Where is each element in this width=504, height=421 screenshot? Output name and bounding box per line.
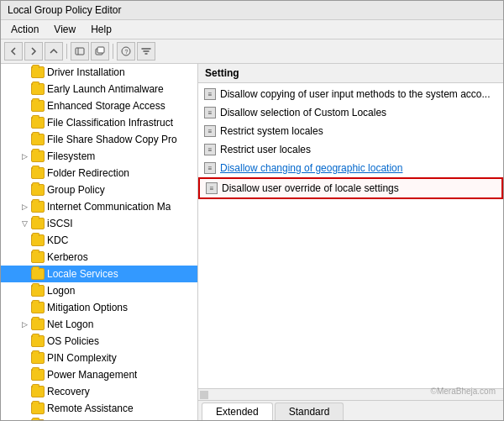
- tree-item-file-classification[interactable]: File Classification Infrastruct: [1, 114, 197, 131]
- menu-help[interactable]: Help: [84, 22, 118, 37]
- tree-item-remote-assistance[interactable]: Remote Assistance: [1, 400, 197, 417]
- tree-item-pin-complexity[interactable]: PIN Complexity: [1, 350, 197, 366]
- toolbar-separator-2: [113, 44, 113, 59]
- window-title: Local Group Policy Editor: [8, 4, 121, 16]
- expand-icon: [18, 284, 31, 297]
- tree-item-folder-redirection[interactable]: Folder Redirection: [1, 165, 197, 182]
- folder-icon: [31, 100, 45, 112]
- folder-icon: [31, 134, 45, 145]
- help-button[interactable]: ?: [117, 42, 135, 61]
- forward-button[interactable]: [24, 42, 43, 61]
- toolbar: ?: [1, 39, 503, 64]
- folder-icon: [31, 251, 45, 263]
- tree-item-kdc[interactable]: KDC: [1, 232, 197, 249]
- expand-icon: [18, 267, 31, 281]
- setting-icon: ≡: [203, 124, 217, 138]
- tree-item-logon[interactable]: Logon: [1, 282, 197, 299]
- main-window: Local Group Policy Editor Action View He…: [0, 0, 504, 421]
- tree-item-net-logon[interactable]: ▷ Net Logon: [1, 316, 197, 333]
- menu-action[interactable]: Action: [4, 22, 45, 37]
- show-hide-button[interactable]: [71, 42, 89, 61]
- svg-text:?: ?: [125, 49, 129, 55]
- setting-label-link[interactable]: Disallow changing of geographic location: [220, 162, 402, 174]
- expand-icon: [18, 351, 31, 365]
- folder-icon: [31, 167, 45, 179]
- up-button[interactable]: [45, 42, 63, 61]
- expand-icon: [18, 385, 31, 398]
- folder-icon: [31, 66, 45, 78]
- folder-icon: [31, 403, 45, 414]
- setting-item-disallow-selection[interactable]: ≡ Disallow selection of Custom Locales: [198, 103, 503, 122]
- folder-icon: [31, 419, 45, 420]
- setting-icon: ≡: [203, 161, 217, 175]
- tree-item-internet-communication[interactable]: ▷ Internet Communication Ma: [1, 198, 197, 215]
- tree-item-file-share[interactable]: File Share Shadow Copy Pro: [1, 131, 197, 148]
- tree-item-filesystem[interactable]: ▷ Filesystem: [1, 148, 197, 165]
- setting-item-restrict-system[interactable]: ≡ Restrict system locales: [198, 122, 503, 140]
- tree-item-kerberos[interactable]: Kerberos: [1, 249, 197, 266]
- tree-item-label: Driver Installation: [47, 66, 125, 78]
- tree-item-label: Group Policy: [47, 184, 105, 196]
- settings-list: ≡ Disallow copying of user input methods…: [198, 83, 503, 388]
- back-button[interactable]: [4, 42, 23, 61]
- right-panel-header: Setting: [198, 64, 503, 83]
- tree-item-label: Early Launch Antimalware: [47, 83, 164, 95]
- tree-item-remote-procedure[interactable]: Remote Procedure Call: [1, 417, 197, 420]
- tree-item-recovery[interactable]: Recovery: [1, 383, 197, 400]
- setting-icon: ≡: [203, 87, 217, 101]
- setting-item-disallow-copying[interactable]: ≡ Disallow copying of user input methods…: [198, 85, 503, 103]
- right-panel: Setting ≡ Disallow copying of user input…: [198, 64, 503, 420]
- tree-item-iscsi[interactable]: ▽ iSCSI: [1, 215, 197, 232]
- setting-item-disallow-user-override[interactable]: ≡ Disallow user override of locale setti…: [198, 177, 503, 199]
- setting-label: Disallow user override of locale setting…: [222, 182, 399, 194]
- folder-icon: [31, 302, 45, 313]
- expand-icon: [18, 99, 31, 113]
- expand-icon: [18, 334, 31, 348]
- tree-item-locale-services[interactable]: Locale Services: [1, 266, 197, 282]
- tree-item-label: KDC: [47, 234, 68, 246]
- setting-icon: ≡: [205, 182, 218, 195]
- tree-item-label: File Share Shadow Copy Pro: [47, 134, 177, 145]
- setting-item-disallow-changing[interactable]: ≡ Disallow changing of geographic locati…: [198, 159, 503, 177]
- tree-item-mitigation-options[interactable]: Mitigation Options: [1, 299, 197, 316]
- expand-icon: [18, 250, 31, 264]
- folder-icon: [31, 285, 45, 297]
- tree-item-group-policy[interactable]: Group Policy: [1, 182, 197, 198]
- folder-icon: [31, 83, 45, 95]
- expand-icon: [18, 402, 31, 415]
- new-window-button[interactable]: [91, 42, 109, 61]
- expand-icon: ▷: [18, 200, 31, 213]
- tab-standard[interactable]: Standard: [275, 403, 344, 420]
- tree-item-driver-installation[interactable]: Driver Installation: [1, 64, 197, 81]
- tree-item-label: Locale Services: [47, 268, 118, 280]
- tree-item-label: Logon: [47, 285, 75, 297]
- svg-rect-3: [97, 47, 104, 53]
- tree-item-os-policies[interactable]: OS Policies: [1, 333, 197, 350]
- bottom-tabs: Extended Standard: [198, 400, 503, 420]
- tree-item-label: Filesystem: [47, 150, 95, 162]
- folder-icon: [31, 335, 45, 347]
- scroll-left-btn[interactable]: [200, 391, 208, 399]
- folder-icon: [31, 218, 45, 229]
- setting-item-restrict-user[interactable]: ≡ Restrict user locales: [198, 140, 503, 159]
- expand-icon: [18, 368, 31, 382]
- filter-button[interactable]: [137, 42, 155, 61]
- expand-icon: [18, 301, 31, 314]
- watermark: ©MeraBheja.com: [431, 387, 496, 396]
- tree-item-enhanced-storage[interactable]: Enhanced Storage Access: [1, 97, 197, 114]
- setting-icon: ≡: [203, 143, 217, 156]
- setting-label: Restrict system locales: [220, 125, 323, 137]
- tree-item-label: iSCSI: [47, 218, 73, 229]
- folder-icon: [31, 369, 45, 381]
- expand-icon: ▽: [18, 217, 31, 230]
- setting-label: Disallow selection of Custom Locales: [220, 107, 386, 118]
- menu-view[interactable]: View: [47, 22, 82, 37]
- tree-item-power-management[interactable]: Power Management: [1, 366, 197, 383]
- setting-label: Disallow copying of user input methods t…: [220, 88, 491, 100]
- tree-item-label: OS Policies: [47, 335, 99, 347]
- tab-extended[interactable]: Extended: [202, 403, 273, 420]
- tree-item-early-launch[interactable]: Early Launch Antimalware: [1, 81, 197, 97]
- left-panel: Driver Installation Early Launch Antimal…: [1, 64, 198, 420]
- policy-icon: ≡: [206, 182, 218, 194]
- title-bar: Local Group Policy Editor: [1, 1, 503, 20]
